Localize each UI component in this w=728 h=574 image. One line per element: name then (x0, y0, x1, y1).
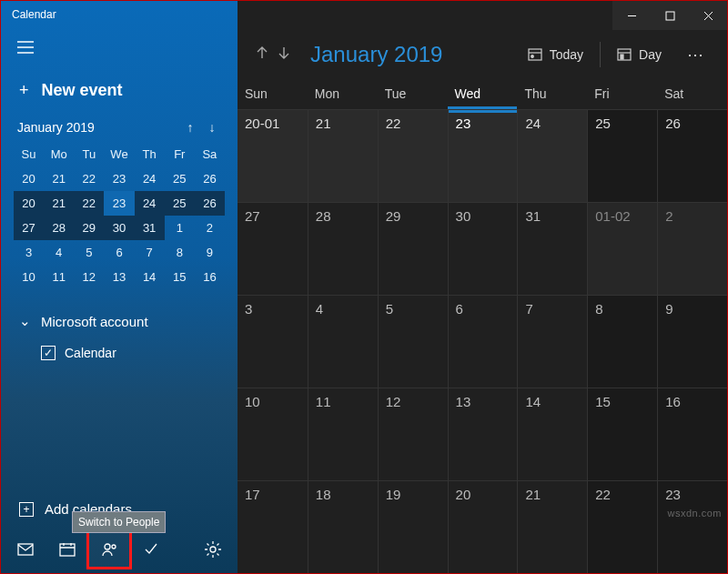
mini-day[interactable]: 13 (104, 265, 134, 289)
svg-point-7 (531, 55, 533, 58)
calendar-cell[interactable]: 6 (448, 295, 518, 388)
month-title[interactable]: January 2019 (299, 42, 442, 67)
mini-day[interactable]: 31 (135, 216, 165, 240)
mini-day[interactable]: 30 (104, 216, 134, 240)
calendar-cell[interactable]: 21 (517, 480, 587, 573)
hamburger-button[interactable] (1, 30, 238, 68)
mini-day[interactable]: 20 (14, 191, 44, 216)
calendar-cell[interactable]: 26 (657, 109, 727, 202)
calendar-cell[interactable]: 24 (517, 109, 587, 202)
mini-day[interactable]: 24 (135, 191, 165, 216)
calendar-cell[interactable]: 01-02 (587, 202, 657, 295)
calendar-cell[interactable]: 15 (587, 388, 657, 480)
calendar-cell[interactable]: 23 (657, 480, 727, 573)
mini-day[interactable]: 20 (14, 166, 44, 191)
calendar-cell[interactable]: 17 (238, 480, 308, 573)
mini-day[interactable]: 1 (165, 216, 195, 240)
mini-day[interactable]: 16 (195, 265, 225, 289)
calendar-cell[interactable]: 18 (308, 480, 378, 573)
mini-day[interactable]: 25 (165, 191, 195, 216)
mini-day[interactable]: 7 (135, 240, 165, 265)
next-month-button[interactable] (276, 45, 292, 65)
calendar-cell[interactable]: 16 (657, 388, 727, 480)
divider (600, 42, 601, 67)
svg-rect-8 (618, 49, 631, 60)
more-button[interactable]: ⋯ (674, 45, 718, 65)
calendar-cell[interactable]: 11 (308, 388, 378, 480)
mini-day[interactable]: 24 (135, 166, 165, 191)
mini-day[interactable]: 23 (104, 166, 134, 191)
plus-icon: + (19, 81, 29, 100)
mini-day[interactable]: 5 (74, 240, 104, 265)
calendar-cell[interactable]: 2 (657, 202, 727, 295)
new-event-button[interactable]: + New event (1, 68, 238, 116)
todo-icon[interactable] (130, 531, 172, 568)
mini-day[interactable]: 26 (195, 191, 225, 216)
mini-day[interactable]: 22 (74, 191, 104, 216)
calendar-cell[interactable]: 10 (238, 388, 308, 480)
mini-day[interactable]: 15 (165, 265, 195, 289)
calendar-cell[interactable]: 9 (657, 295, 727, 388)
mini-day[interactable]: 3 (14, 240, 44, 265)
mini-day[interactable]: 4 (44, 240, 74, 265)
mini-day[interactable]: 9 (195, 240, 225, 265)
calendar-cell[interactable]: 29 (378, 202, 448, 295)
mini-day[interactable]: 6 (104, 240, 134, 265)
calendar-cell[interactable]: 7 (517, 295, 587, 388)
calendar-cell[interactable]: 25 (587, 109, 657, 202)
mini-day[interactable]: 23 (104, 191, 134, 216)
mini-next-button[interactable]: ↓ (203, 120, 221, 135)
calendar-checkbox[interactable]: ✓ Calendar (14, 338, 225, 368)
mini-day[interactable]: 22 (74, 166, 104, 191)
calendar-cell[interactable]: 22 (378, 109, 448, 202)
mini-day[interactable]: 11 (44, 265, 74, 289)
mini-weekday: Th (135, 142, 165, 166)
calendar-icon[interactable] (46, 531, 88, 568)
calendar-cell[interactable]: 22 (587, 480, 657, 573)
calendar-cell[interactable]: 3 (238, 295, 308, 388)
calendar-label: Calendar (65, 346, 116, 360)
mini-day[interactable]: 28 (44, 216, 74, 240)
svg-rect-6 (529, 49, 541, 60)
mini-day[interactable]: 21 (44, 166, 74, 191)
mini-day[interactable]: 25 (165, 166, 195, 191)
day-view-button[interactable]: Day (604, 39, 674, 70)
calendar-cell[interactable]: 20-01 (238, 109, 308, 202)
mini-day[interactable]: 21 (44, 191, 74, 216)
mini-prev-button[interactable]: ↑ (181, 120, 199, 135)
today-button[interactable]: Today (515, 39, 596, 70)
mail-icon[interactable] (5, 531, 46, 568)
maximize-button[interactable] (651, 1, 689, 30)
title-bar: Calendar (1, 1, 727, 30)
mini-day[interactable]: 26 (195, 166, 225, 191)
calendar-cell[interactable]: 19 (378, 480, 448, 573)
minimize-button[interactable] (612, 1, 651, 30)
mini-day[interactable]: 8 (165, 240, 195, 265)
people-icon[interactable] (88, 531, 130, 568)
calendar-cell[interactable]: 20 (448, 480, 518, 573)
mini-day[interactable]: 2 (195, 216, 225, 240)
prev-month-button[interactable] (254, 45, 270, 65)
calendar-cell[interactable]: 31 (517, 202, 587, 295)
calendar-cell[interactable]: 28 (308, 202, 378, 295)
calendar-cell[interactable]: 27 (238, 202, 308, 295)
calendar-cell[interactable]: 5 (378, 295, 448, 388)
account-item[interactable]: ⌄ Microsoft account (14, 304, 225, 338)
calendar-cell[interactable]: 13 (448, 388, 518, 480)
close-button[interactable] (689, 1, 727, 30)
mini-day[interactable]: 27 (14, 216, 44, 240)
mini-calendar-title[interactable]: January 2019 (17, 120, 95, 135)
calendar-cell[interactable]: 21 (308, 109, 378, 202)
calendar-cell[interactable]: 14 (517, 388, 587, 480)
mini-day[interactable]: 14 (135, 265, 165, 289)
calendar-cell[interactable]: 8 (587, 295, 657, 388)
mini-day[interactable]: 10 (14, 265, 44, 289)
settings-icon[interactable] (192, 531, 234, 568)
calendar-cell[interactable]: 23 (448, 109, 518, 202)
calendar-cell[interactable]: 12 (378, 388, 448, 480)
calendar-cell[interactable]: 4 (308, 295, 378, 388)
mini-weekday: We (104, 142, 134, 166)
calendar-cell[interactable]: 30 (448, 202, 518, 295)
mini-day[interactable]: 29 (74, 216, 104, 240)
mini-day[interactable]: 12 (74, 265, 104, 289)
